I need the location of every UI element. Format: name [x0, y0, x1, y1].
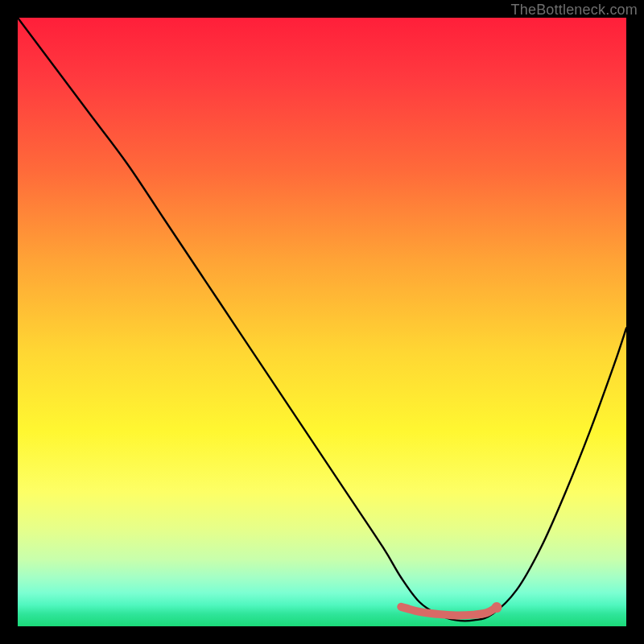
plot-area: [18, 18, 626, 626]
curve-layer: [18, 18, 626, 626]
watermark-text: TheBottleneck.com: [511, 2, 638, 19]
highlight-dot: [491, 602, 502, 613]
chart-frame: TheBottleneck.com: [0, 0, 644, 644]
highlight-band: [401, 607, 495, 616]
bottleneck-curve: [18, 18, 626, 621]
